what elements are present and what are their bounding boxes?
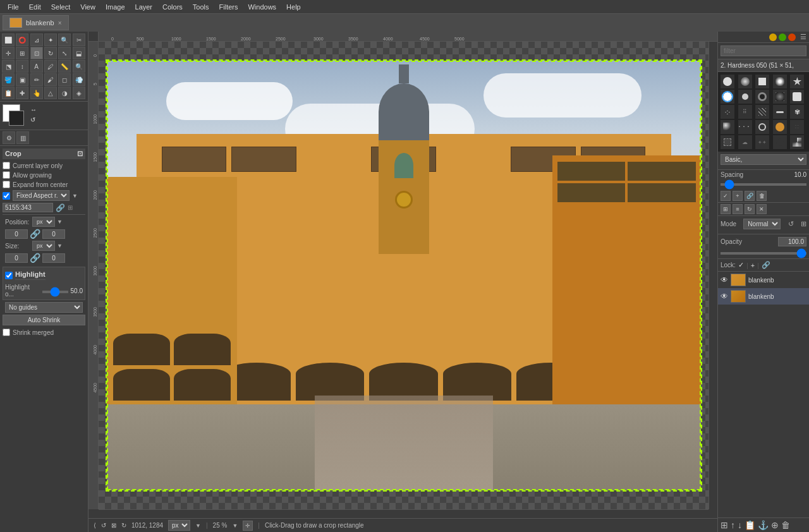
lock-alpha-icon[interactable]: 🔗: [762, 261, 770, 269]
current-layer-only-checkbox[interactable]: [3, 162, 10, 169]
brush-cell-16[interactable]: [721, 120, 734, 134]
tool-airbrush[interactable]: 💨: [73, 73, 85, 86]
minimize-icon[interactable]: [769, 33, 777, 41]
mode-select[interactable]: Normal: [743, 219, 781, 229]
horizontal-scrollbar[interactable]: [99, 509, 709, 518]
brush-cell-23[interactable]: ✦✦: [755, 135, 769, 149]
tool-eraser[interactable]: ◻: [58, 73, 71, 86]
close-icon[interactable]: [788, 33, 796, 41]
brush-grid[interactable]: ·:· ⠿ ✾ ⠂⠂⠂ ∷ ☁ ✦✦: [718, 72, 809, 152]
brush-cell-4[interactable]: [773, 75, 787, 88]
tag-lock-icon[interactable]: ✓: [721, 191, 731, 201]
nav-icon[interactable]: ✛: [243, 521, 253, 531]
allow-growing-checkbox[interactable]: [3, 171, 10, 179]
canvas-container[interactable]: [99, 42, 709, 509]
panel-menu-icon[interactable]: ☰: [800, 33, 806, 41]
image-tab[interactable]: blankenb ×: [3, 15, 69, 30]
tool-pencil[interactable]: ✏: [30, 73, 43, 86]
icon-list[interactable]: ≡: [733, 204, 743, 214]
brush-cell-14[interactable]: [773, 105, 787, 119]
tool-perspective[interactable]: ⬔: [2, 60, 15, 73]
mode-extra-icon[interactable]: ⊞: [801, 220, 806, 228]
lower-layer-icon[interactable]: ↓: [738, 520, 742, 530]
tag-delete-icon[interactable]: 🗑: [757, 191, 767, 201]
tag-add-icon[interactable]: +: [733, 191, 743, 201]
icon-refresh[interactable]: ↻: [745, 204, 755, 214]
swap-colors-icon[interactable]: ↔: [30, 106, 39, 115]
brush-cell-19[interactable]: [773, 120, 787, 134]
menu-filters[interactable]: Filters: [214, 2, 243, 12]
layer-row-1[interactable]: 👁 blankenb: [718, 272, 809, 288]
icon-grid[interactable]: ⊞: [721, 204, 731, 214]
no-guides-select[interactable]: No guides: [5, 302, 83, 313]
position-unit-select[interactable]: px: [32, 217, 55, 227]
size-h-input[interactable]: [42, 253, 65, 263]
tool-paths[interactable]: ⚙: [3, 131, 15, 144]
tool-scale[interactable]: ⤡: [58, 47, 71, 59]
layer-1-visibility-icon[interactable]: 👁: [721, 275, 728, 284]
brush-cell-3[interactable]: [755, 75, 769, 88]
delete-layer-icon[interactable]: 🗑: [781, 520, 790, 530]
spacing-slider[interactable]: [721, 183, 806, 186]
fixed-aspect-select[interactable]: Fixed Aspect r...: [13, 190, 70, 201]
tool-path[interactable]: 🖊: [44, 60, 57, 73]
nav-back-icon[interactable]: ↺: [101, 522, 106, 529]
tool-paintbrush[interactable]: 🖌: [44, 73, 57, 86]
tool-free-select[interactable]: ⊿: [30, 33, 43, 46]
reset-colors-icon[interactable]: ↺: [30, 116, 39, 125]
tool-extra[interactable]: ◈: [73, 87, 85, 99]
coords-input[interactable]: [3, 203, 53, 212]
highlight-checkbox[interactable]: [5, 272, 13, 279]
brush-cell-9[interactable]: [773, 90, 787, 104]
size-w-input[interactable]: [5, 253, 28, 263]
brush-cell-18[interactable]: [755, 120, 769, 134]
menu-select[interactable]: Select: [46, 2, 76, 12]
auto-shrink-button[interactable]: Auto Shrink: [3, 315, 85, 325]
menu-layer[interactable]: Layer: [130, 2, 158, 12]
brush-cell-20[interactable]: ∷: [790, 120, 804, 134]
tool-flip[interactable]: ↕: [16, 60, 28, 73]
highlight-opacity-slider[interactable]: [42, 291, 68, 293]
maximize-icon[interactable]: [779, 33, 786, 41]
tool-smudge[interactable]: 👆: [30, 87, 43, 99]
menu-edit[interactable]: Edit: [24, 2, 46, 12]
layer-2-visibility-icon[interactable]: 👁: [721, 292, 728, 301]
nav-redo-icon[interactable]: ↻: [121, 522, 126, 529]
brush-cell-8[interactable]: [755, 90, 769, 104]
tool-channels[interactable]: ▥: [16, 131, 29, 144]
position-x-input[interactable]: [5, 229, 28, 239]
tool-pick[interactable]: 🔍: [58, 33, 71, 46]
brush-cell-17[interactable]: ⠂⠂⠂: [738, 120, 752, 134]
lock-move-icon[interactable]: +: [751, 262, 755, 269]
tool-text[interactable]: A: [30, 60, 43, 73]
merge-layers-icon[interactable]: ⊕: [771, 520, 779, 530]
tool-scissors[interactable]: ✂: [73, 33, 85, 46]
brush-cell-12[interactable]: ⠿: [738, 105, 752, 119]
tool-paintbucket[interactable]: 🪣: [2, 73, 15, 86]
brush-cell-21[interactable]: [721, 135, 734, 149]
brush-cell-13[interactable]: [755, 105, 769, 119]
nav-forward-icon[interactable]: ⊠: [111, 522, 116, 529]
opacity-slider[interactable]: [721, 252, 806, 255]
tool-crop[interactable]: ⊡: [30, 47, 43, 59]
brush-preset-select[interactable]: Basic,: [721, 154, 806, 165]
brush-cell-7[interactable]: [738, 90, 752, 104]
tool-heal[interactable]: ✚: [16, 87, 28, 99]
opacity-input[interactable]: [778, 237, 806, 246]
menu-colors[interactable]: Colors: [157, 2, 188, 12]
foreground-color-swatch[interactable]: [9, 111, 24, 126]
menu-view[interactable]: View: [75, 2, 100, 12]
menu-windows[interactable]: Windows: [243, 2, 281, 12]
tool-gradient[interactable]: ▣: [16, 73, 28, 86]
fixed-aspect-checkbox[interactable]: [3, 192, 10, 200]
brush-cell-1[interactable]: [721, 75, 734, 88]
tab-close-icon[interactable]: ×: [58, 20, 62, 27]
tool-ellipse-select[interactable]: ⭕: [16, 33, 28, 46]
brush-cell-11[interactable]: ·:·: [721, 105, 734, 119]
icon-x[interactable]: ✕: [757, 204, 767, 214]
anchor-layer-icon[interactable]: ⚓: [758, 520, 769, 530]
tool-shear[interactable]: ⬓: [73, 47, 85, 59]
lock-pixel-icon[interactable]: ✓: [738, 261, 744, 269]
brush-cell-24[interactable]: [773, 135, 787, 149]
shrink-merged-checkbox[interactable]: [3, 329, 10, 336]
